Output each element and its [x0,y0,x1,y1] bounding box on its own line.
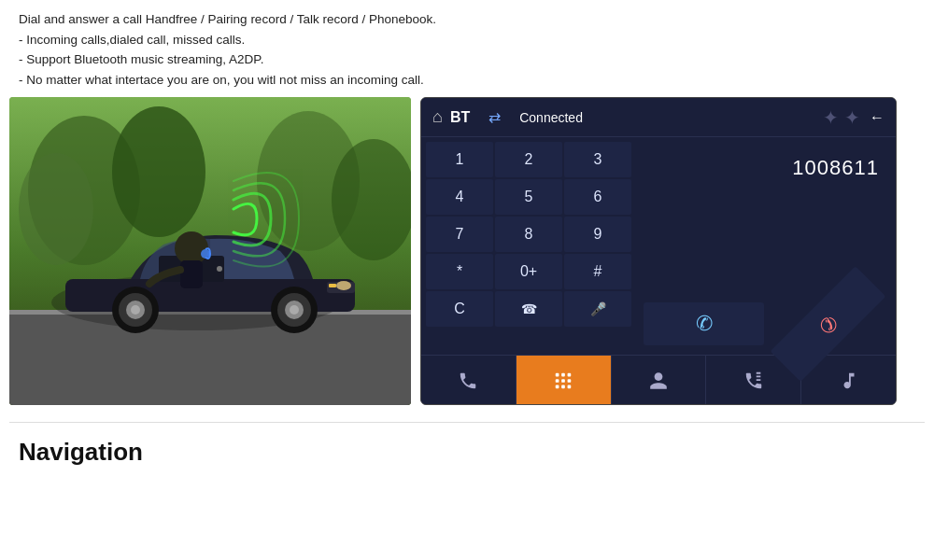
dialpad-0[interactable]: 0+ [495,254,562,289]
bt-tab-keypad[interactable] [517,356,612,405]
dialpad-hash[interactable]: # [564,254,631,289]
svg-rect-32 [556,385,559,389]
bt-header: ⌂ BT ⇄ Connected ✦ ✦ ← [421,98,896,137]
dialpad-1[interactable]: 1 [426,142,493,177]
svg-rect-26 [556,373,559,377]
decorative-stars: ✦ ✦ [823,106,860,129]
dialpad-clear[interactable]: C [426,291,493,327]
svg-point-3 [19,153,93,265]
home-icon[interactable]: ⌂ [432,107,443,127]
svg-rect-27 [561,373,565,377]
middle-area: ⌂ BT ⇄ Connected ✦ ✦ ← 1 2 3 4 5 [0,97,934,414]
svg-rect-33 [561,385,565,389]
feature-line-3: - Support Bluetooth music streaming, A2D… [19,49,915,70]
dialpad-4[interactable]: 4 [426,179,493,215]
svg-rect-13 [329,284,336,287]
page-wrapper: Dial and answer a call Handfree / Pairin… [0,0,934,560]
dialpad-voice[interactable]: ☎ [495,291,562,327]
dialpad-3[interactable]: 3 [564,142,631,177]
connection-status: Connected [519,110,823,125]
svg-point-22 [290,305,299,315]
svg-point-18 [131,305,140,315]
feature-description: Dial and answer a call Handfree / Pairin… [0,0,934,97]
svg-rect-31 [568,380,572,384]
svg-point-2 [112,106,205,237]
bt-tab-dial[interactable] [421,356,517,405]
svg-point-14 [336,281,351,290]
bt-tab-contacts[interactable] [612,356,707,405]
dialpad-grid: 1 2 3 4 5 6 7 8 9 * 0+ # C ☎ 🎤 [426,142,631,327]
svg-point-23 [175,231,208,265]
feature-line-4: - No matter what intertace you are on, y… [19,70,915,91]
right-panel: 1008611 ✆ ✆ [636,137,896,355]
dialpad-9[interactable]: 9 [564,217,631,252]
dialpad-2[interactable]: 2 [495,142,562,177]
dialpad-7[interactable]: 7 [426,217,493,252]
dialpad-6[interactable]: 6 [564,179,631,215]
dialpad-star[interactable]: * [426,254,493,289]
navigation-section: Navigation [0,430,934,474]
dialpad-5[interactable]: 5 [495,179,562,215]
back-icon[interactable]: ← [870,109,884,126]
feature-line-2: - Incoming calls,dialed call, missed cal… [19,30,915,50]
answer-call-button[interactable]: ✆ [644,302,764,345]
dialpad: 1 2 3 4 5 6 7 8 9 * 0+ # C ☎ 🎤 [421,137,636,355]
svg-rect-34 [568,385,572,389]
transfer-icon: ⇄ [488,108,501,126]
dialpad-mic[interactable]: 🎤 [564,291,631,327]
section-divider [9,422,925,423]
car-image [9,97,411,405]
svg-rect-29 [556,380,559,384]
svg-rect-30 [561,380,565,384]
bt-tab-bar [421,355,896,405]
bt-body: 1 2 3 4 5 6 7 8 9 * 0+ # C ☎ 🎤 [421,137,896,355]
bt-phone-interface: ⌂ BT ⇄ Connected ✦ ✦ ← 1 2 3 4 5 [420,97,897,405]
call-buttons: ✆ ✆ [644,302,888,350]
svg-point-11 [217,266,222,272]
feature-line-1: Dial and answer a call Handfree / Pairin… [19,9,915,30]
bt-title: BT [450,109,470,126]
svg-rect-28 [568,373,572,377]
phone-number-display: 1008611 [644,142,888,194]
svg-rect-24 [180,260,203,288]
navigation-title: Navigation [19,438,915,467]
dialpad-8[interactable]: 8 [495,217,562,252]
